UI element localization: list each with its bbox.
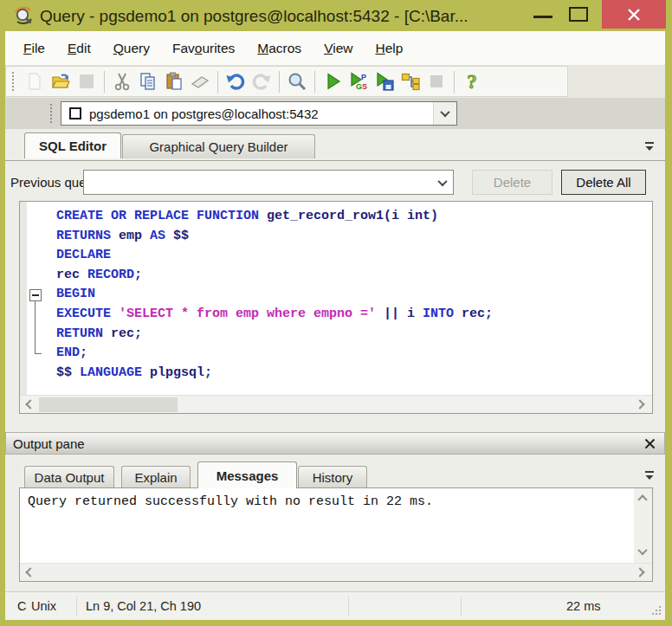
scissors-icon: [112, 71, 132, 92]
explain-icon: [400, 71, 421, 92]
toolbar-paste[interactable]: [161, 68, 187, 94]
fold-line-end: [35, 353, 42, 354]
fold-collapse-icon[interactable]: [29, 289, 42, 301]
tab-graphical-query-builder[interactable]: Graphical Query Builder: [122, 134, 315, 158]
toolbar-execute-query[interactable]: [320, 68, 346, 94]
window-border-right: [665, 31, 672, 626]
previous-queries-value: [84, 171, 431, 194]
toolbar-save[interactable]: [74, 68, 100, 94]
scroll-down-icon[interactable]: [637, 545, 647, 555]
delete-button[interactable]: Delete: [472, 170, 552, 195]
output-pane-close-button[interactable]: [643, 436, 656, 450]
copy-icon: [138, 71, 158, 92]
toolbar-separator: [454, 71, 455, 93]
editor-hscrollbar[interactable]: [20, 395, 652, 413]
sql-editor[interactable]: CREATE OR REPLACE FUNCTION get_record_ro…: [19, 201, 653, 414]
messages-vscrollbar[interactable]: [634, 488, 652, 563]
menu-macros[interactable]: Macros: [246, 31, 313, 66]
toolbar-grip[interactable]: [12, 72, 16, 91]
execute-icon: [322, 71, 343, 92]
menu-file[interactable]: File: [12, 31, 56, 66]
toolbar-find[interactable]: [284, 68, 310, 94]
tab-sql-editor[interactable]: SQL Editor: [24, 132, 121, 158]
help-icon: ?: [462, 71, 482, 92]
close-button[interactable]: [602, 0, 666, 29]
toolbar-undo[interactable]: [223, 68, 249, 94]
scroll-right-icon[interactable]: [635, 567, 644, 577]
toolbar-separator: [217, 71, 218, 93]
svg-text:G: G: [356, 82, 362, 91]
paste-icon: [164, 71, 184, 92]
menu-favourites[interactable]: Favourites: [161, 31, 246, 66]
connection-checkbox[interactable]: [69, 107, 81, 119]
toolbar-execute-pgscript[interactable]: P G S: [346, 68, 372, 94]
window-title: Query - pgsdemo1 on postgres@localhost:5…: [40, 0, 468, 31]
toolbar-cut[interactable]: [109, 68, 135, 94]
editor-hscroll-thumb[interactable]: [39, 397, 178, 412]
previous-queries-combobox[interactable]: [83, 170, 454, 195]
messages-hscrollbar[interactable]: [20, 563, 652, 581]
toolbar-cancel-query[interactable]: [423, 68, 449, 94]
tab-history[interactable]: History: [298, 466, 367, 487]
messages-text[interactable]: Query returned successfully with no resu…: [20, 488, 634, 563]
toolbar: P G S: [5, 66, 568, 97]
scroll-up-icon[interactable]: [637, 494, 647, 504]
status-query-time: 22 ms: [566, 592, 601, 621]
toolbar-copy[interactable]: [135, 68, 161, 94]
status-separator: [348, 597, 349, 616]
output-pane-header[interactable]: Output pane: [5, 432, 665, 455]
output-tab-list-button[interactable]: [643, 468, 656, 482]
status-line-endings: Unix: [31, 592, 56, 621]
toolbar-separator: [104, 71, 105, 93]
execute-to-file-icon: [374, 71, 395, 92]
connection-grip[interactable]: [50, 104, 54, 123]
toolbar-execute-to-file[interactable]: [372, 68, 397, 94]
connection-dropdown-button[interactable]: [433, 102, 456, 125]
menu-bar: File Edit Query Favourites Macros View H…: [5, 31, 665, 66]
toolbar-explain-query[interactable]: [397, 68, 423, 94]
svg-text:P: P: [361, 73, 366, 81]
redo-icon: [251, 71, 272, 92]
title-bar[interactable]: Query - pgsdemo1 on postgres@localhost:5…: [0, 0, 672, 31]
toolbar-help[interactable]: ?: [459, 68, 485, 94]
toolbar-redo[interactable]: [249, 68, 275, 94]
open-folder-icon: [50, 71, 71, 92]
save-icon: [76, 71, 97, 92]
tab-list-button[interactable]: [643, 139, 656, 153]
toolbar-new-file[interactable]: [22, 68, 48, 94]
minimize-button[interactable]: [533, 16, 552, 18]
menu-view[interactable]: View: [313, 31, 364, 66]
menu-edit[interactable]: Edit: [56, 31, 102, 66]
new-file-icon: [24, 71, 45, 92]
fold-line: [35, 301, 36, 353]
status-bar: C Unix Ln 9, Col 21, Ch 190 22 ms: [5, 591, 665, 620]
query-tool-window: Query - pgsdemo1 on postgres@localhost:5…: [0, 0, 672, 626]
chevron-down-icon: [437, 176, 447, 185]
output-pane-title: Output pane: [13, 436, 643, 451]
tab-explain[interactable]: Explain: [121, 466, 191, 487]
fold-margin: [20, 202, 27, 395]
status-separator: [76, 597, 77, 616]
status-cursor-position: Ln 9, Col 21, Ch 190: [86, 592, 201, 621]
scroll-left-icon[interactable]: [25, 399, 35, 409]
sql-code[interactable]: CREATE OR REPLACE FUNCTION get_record_ro…: [56, 207, 493, 383]
previous-queries-dropdown-button[interactable]: [431, 171, 453, 194]
connection-band: pgsdemo1 on postgres@localhost:5432: [5, 98, 665, 129]
delete-all-button[interactable]: Delete All: [561, 170, 646, 195]
connection-combobox[interactable]: pgsdemo1 on postgres@localhost:5432: [61, 101, 457, 126]
menu-help[interactable]: Help: [364, 31, 414, 66]
menu-query[interactable]: Query: [102, 31, 161, 66]
maximize-button[interactable]: [569, 7, 588, 22]
tab-data-output[interactable]: Data Output: [24, 466, 114, 487]
tab-overflow-icon: [643, 139, 656, 153]
toolbar-clear-window[interactable]: [187, 68, 213, 94]
resize-grip[interactable]: [652, 606, 661, 615]
toolbar-band: P G S: [5, 66, 665, 98]
messages-panel: Query returned successfully with no resu…: [19, 487, 653, 582]
scroll-left-icon[interactable]: [25, 567, 35, 577]
execute-pgscript-icon: P G S: [348, 71, 369, 92]
tab-messages[interactable]: Messages: [197, 461, 297, 488]
toolbar-open-file[interactable]: [48, 68, 74, 94]
scroll-right-icon[interactable]: [635, 399, 644, 409]
status-separator: [461, 597, 462, 616]
